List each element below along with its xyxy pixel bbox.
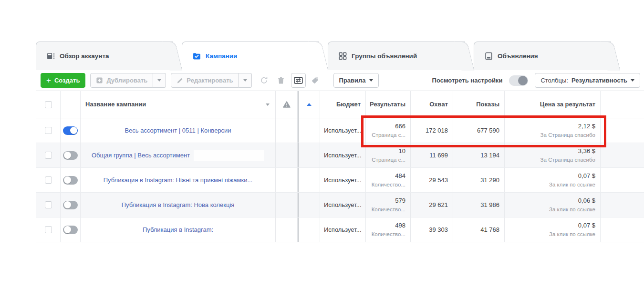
toggle-knob [64,152,71,159]
ab-test-button[interactable] [291,73,306,88]
chevron-down-icon [243,79,247,82]
campaigns-table: Название кампании Бюджет Результаты Охва… [36,91,644,242]
tab-account-overview[interactable]: Обзор аккаунта [36,41,173,70]
cost-value: 2,12 $ [578,123,595,130]
refresh-button[interactable] [257,73,271,88]
edit-dropdown-button[interactable] [239,73,252,88]
delete-button[interactable] [274,73,289,88]
table-row: Общая группа | Весь ассортимент Использу… [36,143,644,168]
ads-icon [485,52,493,60]
plus-icon: + [46,76,51,84]
tab-label: Кампании [206,52,237,60]
cost-value: 0,07 $ [578,222,595,229]
results-sub-label: Количество... [372,230,405,238]
toggle-knob [64,176,71,184]
column-header-campaign-name[interactable]: Название кампании [81,91,276,118]
row-checkbox[interactable] [45,127,52,134]
tab-ad-sets[interactable]: Группы объявлений [328,41,465,70]
tab-label: Обзор аккаунта [60,52,109,60]
view-settings-toggle[interactable] [509,75,528,86]
duplicate-dropdown-button[interactable] [153,73,166,88]
row-checkbox[interactable] [45,201,52,208]
tab-label: Группы объявлений [352,52,417,60]
cost-sub-label: За клик по ссылке [549,181,595,188]
budget-value: Использует... [324,226,362,234]
toggle-column-header [61,91,81,118]
column-header-cost-per-result[interactable]: Цена за результат [505,91,601,118]
reach-value: 29 621 [429,201,448,209]
budget-value: Использует... [324,127,362,134]
campaign-toggle[interactable] [63,201,78,209]
level-tabs: Обзор аккаунта Кампании Группы объявлени… [36,41,644,70]
impressions-value: 13 194 [480,152,499,159]
table-header-row: Название кампании Бюджет Результаты Охва… [36,91,644,118]
results-value: 579 [395,197,405,205]
campaigns-toolbar: + Создать Дублировать Редактировать [36,70,644,91]
table-body: Весь ассортимент | 0511 | Конверсии Испо… [36,118,644,242]
tag-icon [312,77,319,84]
column-header-results[interactable]: Результаты [366,91,411,118]
ab-test-icon [294,76,303,84]
row-checkbox[interactable] [45,176,52,184]
cost-value: 3,36 $ [578,147,595,155]
results-value: 484 [395,172,405,180]
campaign-toggle[interactable] [63,226,78,234]
reach-value: 29 543 [429,176,448,184]
column-header-reach[interactable]: Охват [411,91,453,118]
column-header-errors[interactable] [276,91,298,118]
campaign-name-link[interactable]: Публикация в Instagram: Нова колекція [122,201,235,209]
cost-sub-label: За клик по ссылке [549,206,595,213]
pencil-icon [177,77,183,84]
results-sub-label: Страница с... [372,156,405,164]
warning-icon [283,101,291,108]
cost-value: 0,07 $ [578,172,595,180]
table-row: Весь ассортимент | 0511 | Конверсии Испо… [36,118,644,143]
campaign-name-link[interactable]: Публикация в Instagram: [143,226,213,234]
rules-button[interactable]: Правила [333,73,379,88]
column-header-delivery-sort[interactable] [298,91,320,118]
duplicate-icon [96,77,103,84]
cost-sub-label: За Страница спасибо [540,131,595,139]
edit-button[interactable]: Редактировать [171,73,239,88]
impressions-value: 31 986 [480,201,499,209]
campaign-toggle[interactable] [63,151,78,160]
table-row: Публикация в Instagram: Ніжні та приємні… [36,168,644,193]
campaign-name-link[interactable]: Общая группа | Весь ассортимент [92,152,190,159]
results-sub-label: Количество... [372,181,405,188]
duplicate-button[interactable]: Дублировать [90,73,153,88]
column-header-budget[interactable]: Бюджет [320,91,366,118]
toggle-knob [64,226,71,233]
trash-icon [277,77,285,84]
campaigns-icon [193,52,201,60]
tab-label: Объявления [498,52,538,60]
columns-button[interactable]: Столбцы: Результативность [535,73,640,88]
cost-sub-label: За клик по ссылке [549,230,595,238]
budget-value: Использует... [324,152,362,159]
select-all-checkbox[interactable] [45,101,52,108]
chevron-down-icon [369,79,373,82]
chevron-down-icon [631,79,634,82]
row-checkbox[interactable] [45,152,52,159]
reach-value: 11 699 [429,152,448,159]
refresh-icon [260,76,268,84]
tab-ads[interactable]: Объявления [474,41,611,70]
name-column-dropdown-icon[interactable] [266,103,270,106]
column-header-impressions[interactable]: Показы [453,91,505,118]
toggle-knob [518,76,528,85]
tab-campaigns[interactable]: Кампании [182,41,319,70]
campaign-toggle[interactable] [63,176,78,185]
campaign-toggle[interactable] [63,126,78,135]
sort-ascending-icon [307,103,312,106]
campaign-name-link[interactable]: Публикация в Instagram: Ніжні та приємні… [104,176,252,184]
impressions-value: 31 290 [480,176,499,184]
reach-value: 39 303 [429,226,448,234]
table-row: Публикация в Instagram: Использует... 49… [36,217,644,242]
row-checkbox[interactable] [45,226,52,233]
chevron-down-icon [157,79,161,82]
tag-button[interactable] [308,73,323,88]
create-button[interactable]: + Создать [41,73,85,88]
campaign-name-link[interactable]: Весь ассортимент | 0511 | Конверсии [125,127,231,134]
impressions-value: 677 590 [477,127,499,134]
toggle-knob [70,127,77,134]
view-settings-label: Посмотреть настройки [432,77,503,84]
